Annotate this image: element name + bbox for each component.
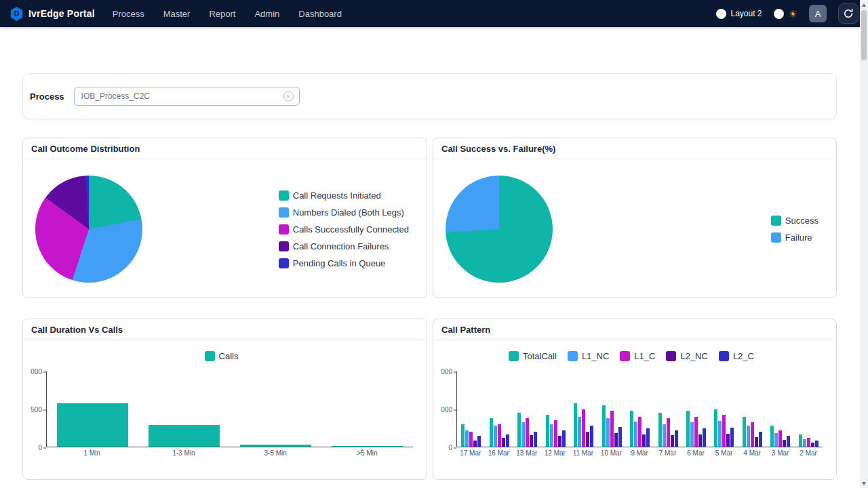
bar-totalcall [517, 413, 521, 447]
scrollbar-thumb[interactable] [861, 10, 867, 60]
x-axis-label: 13 Mar [513, 449, 541, 457]
x-axis-label: 5 Mar [710, 449, 738, 457]
bar-group [138, 371, 230, 447]
x-axis-labels: 1 Min1-3 Min3-5 Min>5 Min [46, 447, 413, 457]
bar-l1-c [526, 418, 529, 447]
legend-item[interactable]: TotalCall [509, 351, 557, 361]
avatar[interactable]: A [809, 5, 827, 22]
legend-item[interactable]: Call Requests Initiated [279, 190, 409, 201]
x-axis-label: 3 Mar [766, 449, 795, 457]
bar-group [570, 371, 597, 447]
legend-label: L2_NC [680, 351, 707, 361]
chart-card-call-outcome: Call Outcome Distribution Call Requests … [22, 138, 427, 298]
legend-item[interactable]: L2_NC [666, 351, 707, 361]
bar-l2-c [787, 436, 790, 447]
bar-l1-nc [803, 439, 806, 447]
x-axis-labels: 17 Mar16 Mar13 Mar12 Mar11 Mar10 Mar9 Ma… [456, 447, 823, 457]
bar-l1-nc [718, 421, 722, 447]
nav-item-dashboard[interactable]: Dashboard [298, 9, 342, 19]
bar-totalcall [490, 418, 493, 447]
bar-l2-c [477, 436, 481, 447]
layout-toggle-label: Layout 2 [731, 9, 762, 18]
chart-legend: TotalCallL1_NCL1_CL2_NCL2_C [436, 340, 827, 371]
bar-l1-nc [774, 433, 778, 447]
chart-title: Call Duration Vs Calls [23, 319, 427, 340]
legend-label: L2_C [733, 351, 754, 361]
x-axis-label: 1-3 Min [138, 449, 229, 457]
bar-group [47, 371, 138, 447]
brand[interactable]: D IvrEdge Portal [9, 6, 95, 22]
chart-legend: Call Requests InitiatedNumbers Dialed (B… [279, 190, 409, 268]
legend-swatch [771, 232, 781, 243]
y-axis-tick: 0 [448, 444, 452, 451]
bar-l1-c [667, 418, 670, 447]
legend-item[interactable]: Pending Calls in Queue [279, 258, 409, 268]
x-axis-label: 11 Mar [569, 449, 597, 457]
scroll-down-arrow-icon[interactable] [860, 479, 868, 488]
theme-toggle[interactable]: ☀ [774, 9, 797, 19]
legend-item[interactable]: Failure [771, 232, 818, 243]
chart-area: 0000000 17 Mar16 Mar13 Mar12 Mar11 Mar10… [436, 371, 823, 447]
scrollbar[interactable] [860, 0, 868, 488]
pie-chart [446, 176, 553, 283]
chart-card-call-pattern: Call Pattern TotalCallL1_NCL1_CL2_NCL2_C… [433, 319, 837, 480]
legend-swatch [771, 216, 781, 226]
bar-totalcall [799, 434, 802, 447]
legend-swatch [279, 224, 289, 235]
bar-l2-c [759, 432, 762, 447]
process-select[interactable]: IOB_Process_C2C ✕ [74, 87, 300, 106]
bar-l1-c [610, 411, 614, 447]
bar-l2-nc [671, 435, 674, 447]
bar-group [710, 371, 738, 447]
bar-group [654, 371, 682, 447]
bar-l2-c [646, 428, 650, 447]
bar-group [513, 371, 541, 447]
bar-l2-nc [614, 433, 618, 447]
chart-legend: SuccessFailure [771, 216, 818, 243]
brand-logo-icon: D [9, 6, 24, 22]
legend-item[interactable]: Success [771, 216, 818, 226]
legend-item[interactable]: Calls Successfully Connected [279, 224, 409, 235]
bar-l2-nc [698, 434, 702, 447]
bar-group [795, 371, 823, 447]
legend-label: Pending Calls in Queue [293, 258, 386, 268]
clear-selection-icon[interactable]: ✕ [283, 92, 294, 102]
nav-item-admin[interactable]: Admin [254, 9, 279, 19]
sun-icon: ☀ [789, 9, 797, 19]
legend-item[interactable]: Calls [205, 351, 239, 361]
bar-l1-c [778, 430, 782, 447]
legend-label: L1_NC [582, 351, 609, 361]
legend-item[interactable]: L1_NC [568, 351, 609, 361]
refresh-button[interactable] [838, 3, 859, 24]
nav-item-master[interactable]: Master [163, 9, 191, 19]
bar-totalcall [630, 411, 633, 447]
bar-l2-nc [755, 437, 758, 447]
bar-l1-nc [663, 424, 666, 447]
legend-item[interactable]: L1_C [620, 351, 655, 361]
x-axis-label: >5 Min [321, 449, 413, 457]
legend-swatch [279, 241, 289, 251]
nav-item-process[interactable]: Process [113, 9, 144, 19]
layout-toggle[interactable]: Layout 2 [716, 9, 762, 19]
navbar: D IvrEdge Portal Process Master Report A… [0, 0, 868, 27]
nav-item-report[interactable]: Report [209, 9, 235, 19]
legend-label: TotalCall [523, 351, 557, 361]
process-select-value: IOB_Process_C2C [81, 92, 150, 101]
legend-swatch [279, 207, 289, 218]
legend-item[interactable]: Call Connection Failures [279, 241, 409, 251]
bar-l1-c [751, 422, 754, 447]
legend-swatch [279, 190, 289, 201]
bar-totalcall [574, 403, 577, 447]
scroll-up-arrow-icon[interactable] [860, 0, 868, 9]
bar-l2-c [815, 441, 818, 447]
chart-title: Call Outcome Distribution [23, 138, 427, 159]
bar-l1-c [469, 432, 473, 447]
bar-l1-nc [550, 424, 553, 447]
legend-item[interactable]: L2_C [719, 351, 754, 361]
x-axis-label: 7 Mar [654, 449, 682, 457]
x-axis-label: 9 Mar [625, 449, 654, 457]
brand-name: IvrEdge Portal [28, 8, 95, 19]
legend-item[interactable]: Numbers Dialed (Both Legs) [279, 207, 409, 218]
legend-swatch [279, 258, 289, 268]
bar-l1-nc [606, 418, 610, 447]
